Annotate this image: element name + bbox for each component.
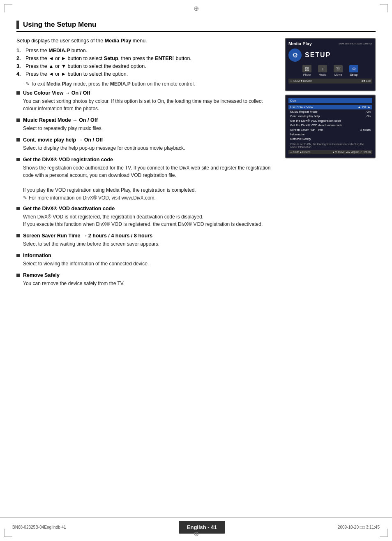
section-title-text: Using the Setup Menu bbox=[23, 21, 97, 29]
bullet-divx-reg-header: Get the DivX® VOD registration code bbox=[16, 157, 277, 163]
menu-val-colour-view: Off bbox=[362, 105, 366, 109]
screen1-icon-music: ♪ Music bbox=[318, 65, 327, 76]
footer-page-label: English - 41 bbox=[179, 521, 225, 534]
tv-screen-1: Media Play SUM BN68RUN1010 1080 live ⚙ S… bbox=[285, 38, 376, 91]
footer-left: BN68-02325B-04Eng.indb 41 bbox=[12, 525, 66, 529]
top-crosshair bbox=[192, 4, 200, 12]
bullet-information-title: Information bbox=[23, 253, 51, 258]
bullet-cont-movie-title: Cont. movie play help → On / Off bbox=[23, 137, 103, 143]
movie-icon: 🎬 bbox=[334, 65, 343, 72]
bullet-divx-reg-note: ✎ For more information on DivX® VOD, vis… bbox=[23, 195, 277, 201]
bullet-remove-safely: Remove Safely You can remove the device … bbox=[16, 272, 277, 287]
bullet-sq bbox=[16, 138, 20, 142]
bullet-sq bbox=[16, 207, 20, 210]
bullet-information-body: Select to viewing the information of the… bbox=[23, 260, 277, 267]
note-line: ✎ To exit Media Play mode, press the MED… bbox=[25, 81, 277, 87]
movie-label: Movie bbox=[334, 73, 342, 76]
bullet-screen-saver-title: Screen Saver Run Time → 2 hours / 4 hour… bbox=[23, 233, 152, 239]
music-icon: ♪ bbox=[318, 65, 327, 72]
menu-row-information: Information bbox=[288, 132, 372, 137]
bullet-music-repeat-title: Music Repeat Mode → On / Off bbox=[23, 117, 98, 123]
step-4: 4. Press the ◄ or ► button to select the… bbox=[16, 71, 277, 77]
menu-label-screen-saver: Screen Saver Run Time bbox=[290, 128, 323, 132]
main-layout: Setup displays the user settings of the … bbox=[16, 38, 376, 292]
note-icon-2: ✎ bbox=[23, 195, 27, 201]
screen1-icon-setup: ⚙ Setup bbox=[349, 65, 358, 76]
step-1-num: 1. bbox=[16, 48, 24, 53]
music-label: Music bbox=[319, 73, 326, 76]
menu-row-divx-reg: Get the DivX® VOD registration code bbox=[288, 118, 372, 123]
footer-right: 2009-10-20 □□ 3:11:45 bbox=[338, 525, 380, 529]
menu-label-music-repeat: Music Repeat Mode bbox=[290, 110, 318, 114]
bullet-sq bbox=[16, 234, 20, 237]
bullet-use-colour-view-header: Use Colour View → On / Off bbox=[16, 90, 277, 96]
screen2-bottom-left: ⇒ SUM ■ Device bbox=[290, 151, 311, 154]
step-3: 3. Press the ▲ or ▼ button to select the… bbox=[16, 63, 277, 69]
bullet-divx-deact: Get the DivX® VOD deactivation code When… bbox=[16, 206, 277, 228]
photo-icon: 🖼 bbox=[302, 65, 311, 72]
screen1-icons: 🖼 Photo ♪ Music 🎬 Movie ⚙ Setup bbox=[288, 65, 372, 76]
menu-row-cont-movie: Cont. movie play help On bbox=[288, 114, 372, 118]
bullet-screen-saver: Screen Saver Run Time → 2 hours / 4 hour… bbox=[16, 233, 277, 248]
screen1-icon-photo: 🖼 Photo bbox=[302, 65, 311, 76]
left-column: Setup displays the user settings of the … bbox=[16, 38, 277, 292]
screen1-bottom-left: ⇒ SUM ■ Device bbox=[290, 79, 312, 83]
step-3-text: Press the ▲ or ▼ button to select the de… bbox=[25, 63, 146, 69]
section-title-bar bbox=[16, 21, 19, 29]
screen2-header: Con bbox=[288, 98, 372, 103]
screen1-bottom-right: ◄■ Exit bbox=[360, 79, 371, 83]
menu-label-colour-view: Use Colour View bbox=[290, 105, 313, 109]
bullet-divx-reg-title: Get the DivX® VOD registration code bbox=[23, 157, 113, 163]
screen2-header-left: Con bbox=[290, 99, 296, 102]
bullet-music-repeat-header: Music Repeat Mode → On / Off bbox=[16, 117, 277, 123]
bullet-divx-reg: Get the DivX® VOD registration code Show… bbox=[16, 157, 277, 201]
screen2-bottom: ⇒ SUM ■ Device ▲▼ Move ◄► Adjust ↩ Retur… bbox=[288, 150, 372, 154]
menu-label-divx-reg: Get the DivX® VOD registration code bbox=[290, 119, 341, 123]
note-icon: ✎ bbox=[25, 81, 29, 87]
menu-val-screen-saver: 2 hours bbox=[360, 128, 371, 132]
bullet-screen-saver-header: Screen Saver Run Time → 2 hours / 4 hour… bbox=[16, 233, 277, 239]
step-2: 2. Press the ◄ or ► button to select Set… bbox=[16, 56, 277, 61]
menu-row-screen-saver: Screen Saver Run Time 2 hours bbox=[288, 128, 372, 132]
bullet-cont-movie-header: Cont. movie play help → On / Off bbox=[16, 137, 277, 143]
step-1: 1. Press the MEDIA.P button. bbox=[16, 48, 277, 53]
bullet-sq bbox=[16, 274, 20, 277]
right-column: Media Play SUM BN68RUN1010 1080 live ⚙ S… bbox=[285, 38, 376, 292]
arrow-left-icon: ◄ bbox=[357, 106, 360, 109]
bullet-information-header: Information bbox=[16, 253, 277, 258]
bullet-sq bbox=[16, 158, 20, 161]
setup-label-icon: Setup bbox=[350, 73, 357, 76]
note-text: To exit Media Play mode, press the MEDIA… bbox=[31, 81, 195, 87]
setup-label: SETUP bbox=[305, 51, 331, 59]
bullet-remove-safely-header: Remove Safely bbox=[16, 272, 277, 278]
menu-row-remove-safely: Remove Safely bbox=[288, 137, 372, 141]
menu-row-colour-view: Use Colour View ◄ Off ► bbox=[288, 105, 372, 109]
screen1-top: Media Play SUM BN68RUN1010 1080 live bbox=[288, 41, 372, 46]
tv-screen-2: Con Use Colour View ◄ Off ► Music Repeat… bbox=[285, 95, 376, 158]
bullet-use-colour-view-title: Use Colour View → On / Off bbox=[23, 90, 90, 96]
arrow-right-icon: ► bbox=[368, 106, 371, 109]
bullet-screen-saver-body: Select to set the waiting time before th… bbox=[23, 240, 277, 248]
bullet-use-colour-view: Use Colour View → On / Off You can selec… bbox=[16, 90, 277, 112]
corner-mark-tl bbox=[4, 4, 12, 12]
bullet-information: Information Select to viewing the inform… bbox=[16, 253, 277, 267]
bullet-cont-movie: Cont. movie play help → On / Off Select … bbox=[16, 137, 277, 152]
bullet-music-repeat-body: Select to repeatedly play music files. bbox=[23, 125, 277, 132]
menu-label-cont-movie: Cont. movie play help bbox=[290, 114, 320, 118]
bullet-remove-safely-title: Remove Safely bbox=[23, 272, 60, 278]
bullet-sq bbox=[16, 91, 20, 95]
bullet-divx-deact-body: When DivX® VOD is not registered, the re… bbox=[23, 213, 277, 228]
bottom-crosshair: ⊕ bbox=[194, 530, 199, 538]
setup-gear-icon: ⚙ bbox=[288, 49, 302, 62]
bullet-divx-reg-body: Shows the registration code authorized f… bbox=[23, 164, 277, 194]
step-2-text: Press the ◄ or ► button to select Setup,… bbox=[25, 56, 191, 61]
intro-text: Setup displays the user settings of the … bbox=[16, 38, 277, 44]
bullet-remove-safely-body: You can remove the device safely from th… bbox=[23, 280, 277, 287]
step-4-text: Press the ◄ or ► button to select the op… bbox=[25, 71, 128, 77]
menu-row-divx-deact: Get the DivX® VOD deactivation code bbox=[288, 123, 372, 128]
screen1-setup-area: ⚙ SETUP bbox=[288, 49, 372, 62]
step-4-num: 4. bbox=[16, 71, 24, 77]
bullet-sq bbox=[16, 118, 20, 122]
screen1-icon-movie: 🎬 Movie bbox=[334, 65, 343, 76]
steps-list: 1. Press the MEDIA.P button. 2. Press th… bbox=[16, 48, 277, 77]
